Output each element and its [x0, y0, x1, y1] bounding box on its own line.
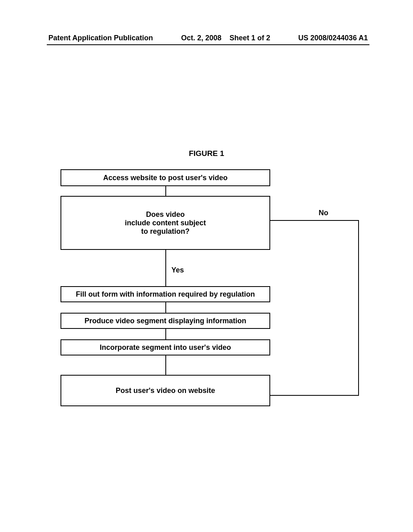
flow-step-label: Fill out form with information required … [76, 290, 255, 299]
connector [165, 186, 166, 196]
flow-step-label: Post user's video on website [116, 387, 215, 395]
page-header: Patent Application Publication Oct. 2, 2… [0, 34, 413, 42]
flow-step-incorporate: Incorporate segment into user's video [60, 339, 270, 355]
connector [270, 220, 359, 221]
flow-step-produce-segment: Produce video segment displaying informa… [60, 313, 270, 329]
connector [270, 395, 359, 396]
header-rule [47, 44, 369, 45]
flow-step-label: Produce video segment displaying informa… [84, 317, 246, 325]
label-no: No [319, 209, 328, 217]
connector [165, 355, 166, 375]
sheet-number: Sheet 1 of 2 [229, 34, 270, 42]
connector [165, 302, 166, 313]
connector [358, 220, 359, 396]
connector [165, 329, 166, 339]
decision-text-line: Does video [146, 210, 185, 219]
doc-number: US 2008/0244036 A1 [298, 34, 368, 42]
figure-title: FIGURE 1 [0, 149, 413, 158]
decision-text-line: include content subject [125, 219, 206, 227]
flow-step-post-video: Post user's video on website [60, 375, 270, 406]
flow-step-label: Access website to post user's video [103, 174, 227, 182]
pub-date: Oct. 2, 2008 [181, 34, 221, 42]
flow-decision-regulation: Does video include content subject to re… [60, 196, 270, 250]
pub-label: Patent Application Publication [48, 34, 153, 42]
flow-step-fill-form: Fill out form with information required … [60, 286, 270, 302]
flow-step-label: Incorporate segment into user's video [100, 343, 231, 352]
flow-step-access: Access website to post user's video [60, 169, 270, 186]
label-yes: Yes [171, 266, 184, 274]
decision-text-line: to regulation? [141, 227, 190, 236]
connector [165, 250, 166, 286]
